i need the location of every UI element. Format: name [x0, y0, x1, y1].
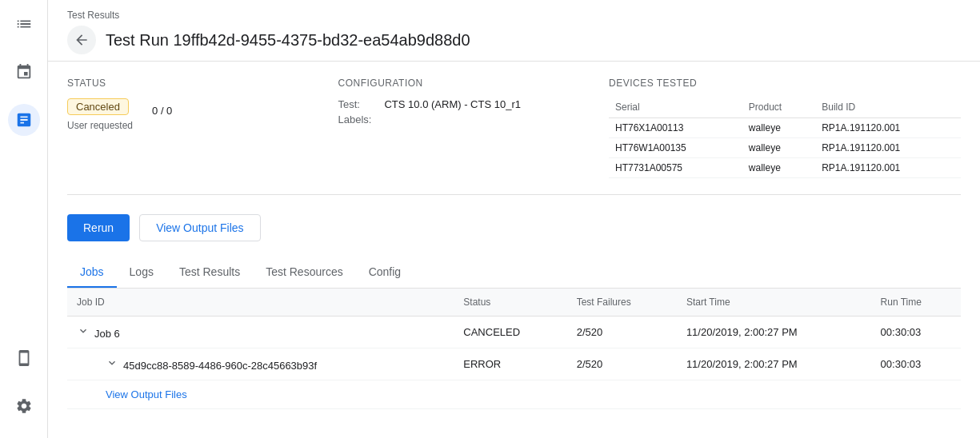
expand-icon-child[interactable] — [106, 356, 118, 369]
status-col: Canceled User requested — [67, 98, 133, 131]
status-block: Status Canceled User requested 0 / 0 — [67, 78, 338, 178]
progress-col: 0 / 0 — [152, 98, 216, 131]
tab-test-resources[interactable]: Test Resources — [253, 257, 355, 288]
breadcrumb: Test Results — [67, 10, 961, 21]
status-label: Status — [67, 78, 338, 89]
sidebar-item-settings[interactable] — [8, 390, 40, 422]
status-sub: User requested — [67, 120, 133, 131]
table-row: Job 6CANCELED2/52011/20/2019, 2:00:27 PM… — [67, 317, 961, 348]
devices-row: HT7731A00575walleyeRP1A.191120.001 — [609, 158, 961, 178]
job-run-time: 00:30:03 — [871, 348, 961, 380]
jobs-table: Job IDStatusTest FailuresStart TimeRun T… — [67, 289, 961, 409]
job-start-time: 11/20/2019, 2:00:27 PM — [677, 317, 871, 348]
tab-config[interactable]: Config — [356, 257, 414, 288]
job-failures: 2/520 — [567, 317, 677, 348]
sidebar-item-chart[interactable] — [8, 104, 40, 136]
config-test-key: Test: — [338, 98, 378, 110]
tab-logs[interactable]: Logs — [117, 257, 166, 288]
devices-col-product: Product — [742, 98, 815, 118]
view-output-link[interactable]: View Output Files — [106, 388, 187, 400]
sidebar-item-phone[interactable] — [8, 342, 40, 374]
config-test-val: CTS 10.0 (ARM) - CTS 10_r1 — [384, 98, 521, 110]
config-test-row: Test: CTS 10.0 (ARM) - CTS 10_r1 — [338, 98, 608, 110]
view-output-button[interactable]: View Output Files — [139, 214, 260, 241]
action-row: Rerun View Output Files — [67, 214, 961, 241]
devices-row: HT76W1A00135walleyeRP1A.191120.001 — [609, 138, 961, 158]
tab-test-results[interactable]: Test Results — [166, 257, 253, 288]
sidebar-item-list[interactable] — [8, 8, 40, 40]
job-status: ERROR — [454, 348, 566, 380]
back-button[interactable] — [67, 26, 96, 54]
job-failures: 2/520 — [567, 348, 677, 380]
devices-row: HT76X1A00113walleyeRP1A.191120.001 — [609, 118, 961, 138]
expand-icon[interactable] — [77, 325, 90, 337]
title-row: Test Run 19ffb42d-9455-4375-bd32-ea54ab9… — [67, 26, 961, 54]
info-section: Status Canceled User requested 0 / 0 Con… — [67, 78, 961, 195]
devices-col-serial: Serial — [609, 98, 742, 118]
config-labels-row: Labels: — [338, 113, 608, 125]
page-title: Test Run 19ffb42d-9455-4375-bd32-ea54ab9… — [106, 31, 470, 50]
devices-label: Devices Tested — [609, 78, 961, 89]
sidebar-item-calendar[interactable] — [8, 56, 40, 88]
config-label: Configuration — [338, 78, 608, 89]
header: Test Results Test Run 19ffb42d-9455-4375… — [48, 0, 980, 62]
sidebar — [0, 0, 48, 438]
config-block: Configuration Test: CTS 10.0 (ARM) - CTS… — [338, 78, 608, 178]
tab-jobs[interactable]: Jobs — [67, 257, 117, 288]
job-start-time: 11/20/2019, 2:00:27 PM — [677, 348, 871, 380]
rerun-button[interactable]: Rerun — [67, 214, 130, 241]
job-status: CANCELED — [454, 317, 566, 348]
tabs: JobsLogsTest ResultsTest ResourcesConfig — [67, 257, 961, 289]
status-badge: Canceled — [67, 98, 129, 115]
status-left: Canceled User requested 0 / 0 — [67, 98, 338, 131]
job-run-time: 00:30:03 — [871, 317, 961, 348]
progress-text: 0 / 0 — [152, 105, 172, 117]
view-output-row: View Output Files — [67, 380, 961, 409]
content-area: Status Canceled User requested 0 / 0 Con… — [48, 62, 980, 438]
config-labels-key: Labels: — [338, 113, 378, 125]
devices-table: Serial Product Build ID HT76X1A00113wall… — [609, 98, 961, 178]
table-row: 45d9cc88-8589-4486-960c-28c45663b93fERRO… — [67, 348, 961, 380]
devices-col-build: Build ID — [815, 98, 961, 118]
devices-block: Devices Tested Serial Product Build ID H… — [609, 78, 961, 178]
main-content: Test Results Test Run 19ffb42d-9455-4375… — [48, 0, 980, 438]
